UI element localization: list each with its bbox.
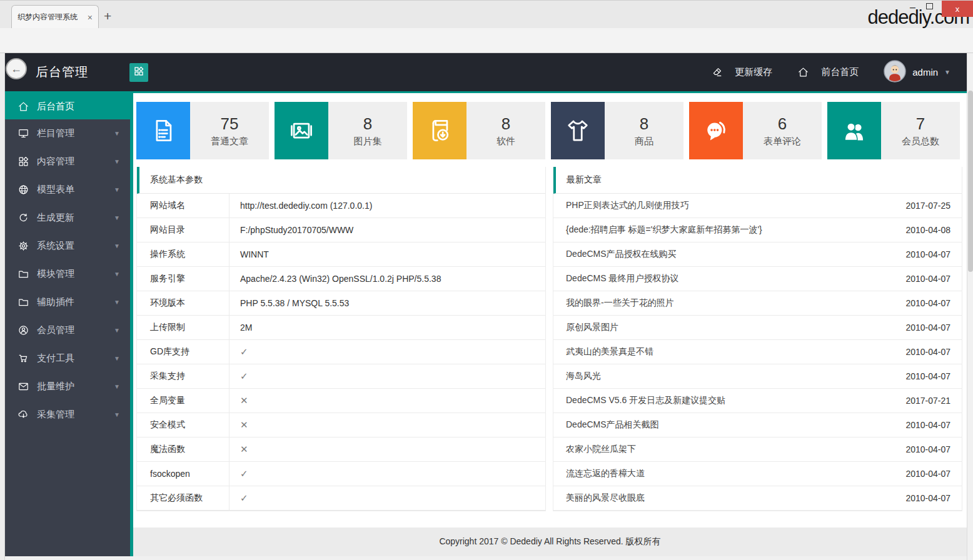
article-row[interactable]: 流连忘返的香樟大道2010-04-07	[553, 462, 962, 486]
sidebar-item-会员管理[interactable]: 会员管理▼	[5, 316, 130, 344]
param-label: 服务引擎	[137, 267, 229, 291]
stat-value: 75	[221, 114, 239, 134]
software-icon	[413, 102, 466, 159]
table-row: fsockopen✓	[137, 462, 545, 486]
article-row[interactable]: DedeCMS产品授权在线购买2010-04-07	[553, 242, 962, 267]
article-title[interactable]: DedeCMS 最终用户授权协议	[553, 273, 678, 284]
table-row: 安全模式✕	[137, 413, 545, 438]
sidebar-item-采集管理[interactable]: 采集管理▼	[5, 401, 130, 429]
sidebar-item-label: 采集管理	[37, 409, 74, 421]
param-value: Apache/2.4.23 (Win32) OpenSSL/1.0.2j PHP…	[229, 267, 545, 291]
article-title[interactable]: 海岛风光	[553, 371, 601, 382]
sidebar-item-支付工具[interactable]: 支付工具▼	[5, 344, 130, 372]
article-row[interactable]: 农家小院丝瓜架下2010-04-07	[553, 438, 962, 462]
article-title[interactable]: PHP正则表达式的几则使用技巧	[553, 200, 689, 211]
article-row[interactable]: {dede:招聘启事 标题='织梦大家庭新年招募第一波'}2010-04-08	[553, 218, 962, 242]
page-title: 后台管理	[36, 64, 88, 81]
param-label: 全局变量	[137, 389, 229, 412]
folder-icon	[18, 296, 30, 309]
article-row[interactable]: 海岛风光2010-04-07	[553, 364, 962, 389]
stat-card-软件[interactable]: 8软件	[413, 102, 545, 159]
param-value: ✓	[229, 340, 545, 364]
sidebar-item-label: 辅助插件	[37, 296, 74, 308]
article-row[interactable]: 我的眼界-一些关于花的照片2010-04-07	[553, 291, 962, 316]
chevron-down-icon: ▼	[944, 69, 950, 76]
stat-card-商品[interactable]: 8商品	[551, 102, 683, 159]
sidebar-item-内容管理[interactable]: 内容管理▼	[5, 148, 130, 176]
refresh-cache-button[interactable]: 更新缓存	[711, 66, 772, 79]
user-menu[interactable]: admin ▼	[884, 60, 950, 84]
article-row[interactable]: PHP正则表达式的几则使用技巧2017-07-25	[553, 194, 962, 218]
stat-label: 商品	[635, 136, 653, 148]
article-title[interactable]: 武夷山的美景真是不错	[553, 346, 653, 358]
modules-icon	[133, 66, 144, 79]
article-title[interactable]: 原创风景图片	[553, 322, 618, 333]
param-value: WINNT	[229, 242, 545, 266]
sidebar-item-栏目管理[interactable]: 栏目管理▼	[5, 119, 130, 148]
sidebar-item-系统设置[interactable]: 系统设置▼	[5, 232, 130, 260]
front-home-label: 前台首页	[821, 66, 859, 78]
article-title[interactable]: DedeCMS产品授权在线购买	[553, 249, 677, 260]
article-title[interactable]: {dede:招聘启事 标题='织梦大家庭新年招募第一波'}	[553, 224, 762, 236]
page-scrollbar[interactable]	[967, 53, 973, 560]
folder-icon	[18, 268, 30, 281]
article-row[interactable]: 武夷山的美景真是不错2010-04-07	[553, 340, 962, 364]
chevron-down-icon: ▼	[114, 214, 120, 221]
sidebar-item-label: 批量维护	[37, 381, 74, 392]
article-icon	[136, 102, 190, 159]
browser-tab[interactable]: 织梦内容管理系统 ×	[11, 5, 99, 29]
sidebar-item-模型表单[interactable]: 模型表单▼	[5, 176, 130, 204]
article-title[interactable]: DedeCMS V5.6 开发日志及新建议提交贴	[553, 395, 725, 406]
article-date: 2010-04-08	[905, 225, 962, 235]
table-row: 服务引擎Apache/2.4.23 (Win32) OpenSSL/1.0.2j…	[137, 267, 545, 291]
back-button[interactable]: ←	[6, 58, 27, 79]
stat-label: 软件	[497, 136, 515, 148]
gear-icon	[18, 240, 30, 252]
minimize-button[interactable]: –	[910, 2, 915, 13]
article-title[interactable]: 农家小院丝瓜架下	[553, 444, 636, 455]
sidebar-item-生成更新[interactable]: 生成更新▼	[5, 204, 130, 232]
article-row[interactable]: DedeCMS产品相关截图2010-04-07	[553, 413, 962, 438]
modules-toggle-button[interactable]	[129, 63, 148, 82]
param-label: 其它必须函数	[137, 486, 229, 510]
article-row[interactable]: DedeCMS V5.6 开发日志及新建议提交贴2017-07-21	[553, 389, 962, 413]
new-tab-button[interactable]: +	[104, 9, 111, 24]
stat-card-普通文章[interactable]: 75普通文章	[136, 102, 269, 159]
article-row[interactable]: 美丽的风景尽收眼底2010-04-07	[553, 486, 962, 511]
sidebar-item-后台首页[interactable]: 后台首页	[5, 93, 130, 119]
article-title[interactable]: 美丽的风景尽收眼底	[553, 492, 645, 504]
maximize-button[interactable]	[926, 3, 933, 9]
monitor-icon	[18, 128, 30, 140]
front-home-button[interactable]: 前台首页	[797, 66, 859, 79]
article-date: 2010-04-07	[905, 249, 962, 259]
article-row[interactable]: 原创风景图片2010-04-07	[553, 316, 962, 340]
tab-close-icon[interactable]: ×	[88, 12, 93, 22]
stat-card-body: 8商品	[605, 102, 683, 159]
refresh-icon	[18, 212, 30, 224]
scrollbar-thumb[interactable]	[968, 91, 973, 272]
sidebar-item-批量维护[interactable]: 批量维护▼	[5, 372, 130, 401]
param-value: ✓	[229, 486, 545, 510]
table-row: 网站目录F:/phpStudy20170705/WWW	[137, 218, 545, 242]
chevron-down-icon: ▼	[114, 327, 120, 334]
param-value: 2M	[229, 316, 545, 339]
mail-icon	[18, 381, 30, 393]
article-row[interactable]: DedeCMS 最终用户授权协议2010-04-07	[553, 267, 962, 291]
param-label: 操作系统	[137, 242, 229, 266]
cloud-download-icon	[18, 409, 30, 421]
sidebar-item-模块管理[interactable]: 模块管理▼	[5, 260, 130, 288]
chevron-down-icon: ▼	[114, 383, 120, 390]
stat-card-表单评论[interactable]: 6表单评论	[689, 102, 822, 159]
article-title[interactable]: 流连忘返的香樟大道	[553, 468, 645, 479]
sidebar-item-辅助插件[interactable]: 辅助插件▼	[5, 288, 130, 316]
close-button[interactable]: x	[942, 1, 973, 17]
param-label: 采集支持	[137, 364, 229, 388]
article-date: 2010-04-07	[905, 493, 962, 503]
article-title[interactable]: 我的眼界-一些关于花的照片	[553, 298, 674, 309]
chevron-down-icon: ▼	[114, 158, 120, 165]
article-date: 2017-07-21	[905, 396, 962, 406]
chevron-down-icon: ▼	[114, 271, 120, 278]
stat-card-会员总数[interactable]: 7会员总数	[827, 102, 960, 159]
article-title[interactable]: DedeCMS产品相关截图	[553, 419, 659, 431]
stat-card-图片集[interactable]: 8图片集	[275, 102, 407, 159]
